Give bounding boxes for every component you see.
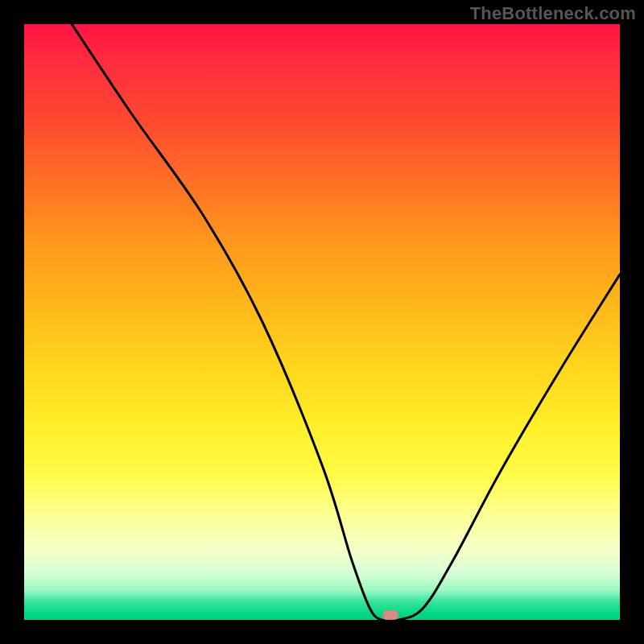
plot-area bbox=[24, 24, 620, 620]
optimal-point-marker bbox=[382, 610, 398, 620]
bottleneck-curve bbox=[24, 24, 620, 620]
chart-container: TheBottleneck.com bbox=[0, 0, 644, 644]
watermark-text: TheBottleneck.com bbox=[470, 3, 636, 24]
